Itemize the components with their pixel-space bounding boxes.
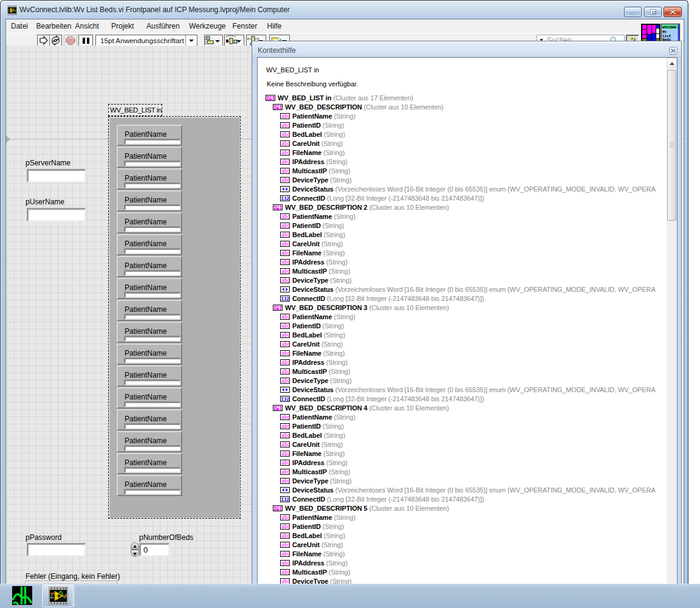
element-string-field[interactable]: [124, 161, 180, 167]
element-string-field[interactable]: [124, 467, 180, 473]
element-string-field[interactable]: [124, 248, 180, 254]
tree-item-patientname: abcPatientName (String): [280, 413, 355, 422]
patient-name-element[interactable]: PatientName: [117, 431, 182, 452]
tree-item-name: FileName: [292, 550, 321, 558]
decrement-button[interactable]: [131, 550, 139, 557]
tree-item-patientname: abcPatientName (String): [280, 513, 355, 522]
tree-item-name: FileName: [292, 249, 321, 257]
tree-item-name: WV_BED_DESCRIPTION 3: [285, 304, 368, 311]
tree-item-name: BedLabel: [292, 131, 322, 138]
string-type-icon: abc: [280, 249, 292, 257]
library-icon[interactable]: [641, 24, 661, 42]
patient-name-element[interactable]: PatientName: [117, 234, 182, 255]
patient-name-element[interactable]: PatientName: [117, 322, 182, 343]
menu-item-bearbeiten[interactable]: Bearbeiten: [36, 22, 72, 30]
tree-item-name: IPAddress: [292, 459, 324, 466]
element-string-field[interactable]: [124, 401, 180, 407]
context-help-close-button[interactable]: [669, 47, 678, 55]
patient-name-element[interactable]: PatientName: [117, 409, 182, 430]
element-string-field[interactable]: [124, 423, 180, 429]
password-field[interactable]: [27, 543, 86, 556]
maximize-button[interactable]: [644, 7, 662, 17]
increment-button[interactable]: [131, 542, 139, 550]
string-type-icon: abc: [280, 568, 292, 576]
tree-item-devicetype: abcDeviceType (String): [280, 176, 352, 185]
element-string-field[interactable]: [124, 292, 180, 298]
patient-name-element[interactable]: PatientName: [117, 125, 182, 146]
enum-type-icon: [280, 185, 292, 193]
cluster-label[interactable]: WV_BED_LIST in: [108, 104, 162, 116]
element-string-field[interactable]: [124, 489, 180, 495]
font-selector[interactable]: 15pt Anwendungsschriftart: [95, 35, 197, 46]
string-type-icon: abc: [280, 322, 292, 330]
align-objects-button[interactable]: [204, 35, 223, 46]
element-string-field[interactable]: [124, 270, 180, 276]
tree-item-patientid: abcPatientID (String): [280, 422, 344, 431]
menu-item-ansicht[interactable]: Ansicht: [75, 22, 99, 30]
scrollbar[interactable]: [667, 58, 677, 607]
number-of-beds-spinner[interactable]: [131, 542, 139, 557]
run-button[interactable]: [37, 35, 50, 46]
element-string-field[interactable]: [124, 358, 180, 364]
element-string-field[interactable]: [124, 139, 180, 145]
patient-name-element[interactable]: PatientName: [117, 168, 182, 190]
title-bar[interactable]: WvConnect.lvlib:Wv List Beds.vi Frontpan…: [1, 1, 688, 19]
patient-name-element[interactable]: PatientName: [117, 387, 182, 409]
tree-item-name: FileName: [292, 450, 321, 457]
element-string-field[interactable]: [124, 182, 180, 188]
enum-type-icon: [280, 386, 292, 393]
element-string-field[interactable]: [124, 379, 180, 385]
patient-name-element[interactable]: PatientName: [117, 365, 182, 387]
taskbar-labview-icon[interactable]: [12, 586, 32, 605]
string-type-icon: abc: [280, 313, 292, 320]
number-of-beds-field[interactable]: 0: [139, 543, 170, 556]
patient-name-element[interactable]: PatientName: [117, 147, 182, 168]
menu-item-ausfhren[interactable]: Ausführen: [146, 22, 180, 30]
tree-item-name: IPAddress: [292, 359, 324, 366]
menu-item-datei[interactable]: Datei: [11, 22, 28, 30]
bed-list-cluster[interactable]: PatientNamePatientNamePatientNamePatient…: [108, 116, 241, 519]
minimize-button[interactable]: [624, 7, 642, 17]
user-name-field[interactable]: [27, 208, 86, 221]
patient-name-element[interactable]: PatientName: [117, 300, 182, 321]
patient-name-element[interactable]: PatientName: [117, 453, 182, 474]
svg-text:abc: abc: [281, 314, 290, 320]
patient-name-element[interactable]: PatientName: [117, 256, 182, 277]
element-label: PatientName: [125, 305, 166, 314]
abort-button[interactable]: [64, 35, 77, 46]
menu-item-werkzeuge[interactable]: Werkzeuge: [189, 22, 225, 30]
tree-item-type: (String): [329, 167, 350, 174]
taskbar-vi-button[interactable]: [42, 584, 74, 607]
tree-item-type: (Vorzeichenloses Word [16-Bit Integer (0…: [335, 185, 656, 193]
svg-text:abc: abc: [281, 159, 290, 165]
element-string-field[interactable]: [124, 226, 180, 232]
patient-name-element[interactable]: PatientName: [117, 344, 182, 365]
menu-item-fenster[interactable]: Fenster: [233, 22, 258, 30]
scroll-up-button[interactable]: [667, 58, 677, 68]
pause-button[interactable]: [78, 35, 93, 46]
patient-name-element[interactable]: PatientName: [117, 278, 182, 299]
close-button[interactable]: [664, 7, 682, 17]
distribute-objects-button[interactable]: [224, 35, 244, 46]
patient-name-element[interactable]: PatientName: [117, 190, 182, 212]
scrollbar-thumb[interactable]: [667, 70, 676, 221]
element-string-field[interactable]: [124, 336, 180, 342]
element-string-field[interactable]: [124, 314, 180, 320]
server-name-field[interactable]: [27, 169, 86, 182]
string-type-icon: abc: [280, 140, 292, 147]
menu-item-hilfe[interactable]: Hilfe: [267, 22, 282, 30]
element-label: PatientName: [125, 130, 166, 139]
patient-name-element[interactable]: PatientName: [117, 475, 182, 496]
element-label: PatientName: [125, 152, 166, 161]
vi-name-icon[interactable]: WVCONN Wv List Beds: [661, 24, 680, 42]
element-string-field[interactable]: [124, 445, 180, 451]
run-continuous-button[interactable]: [49, 35, 62, 46]
tree-item-type: (String): [323, 222, 344, 229]
tree-item-type: (String): [323, 122, 344, 129]
string-type-icon: abc: [280, 149, 292, 156]
element-string-field[interactable]: [124, 204, 180, 210]
patient-name-element[interactable]: PatientName: [117, 212, 182, 233]
pause-bar: [83, 38, 85, 44]
menu-item-projekt[interactable]: Projekt: [111, 22, 134, 30]
tree-item-patientname: abcPatientName (String): [280, 212, 355, 221]
